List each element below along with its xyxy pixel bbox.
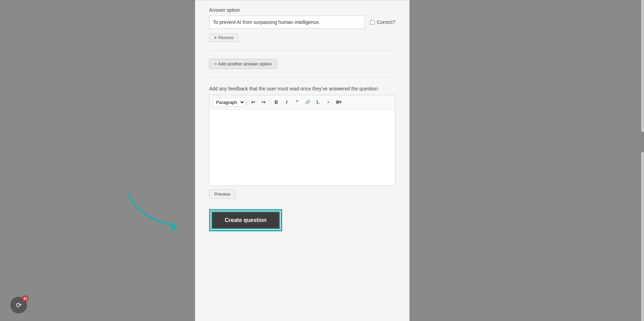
answer-input-row: Correct? bbox=[209, 16, 395, 29]
paragraph-select[interactable]: Paragraph bbox=[212, 97, 245, 107]
italic-button[interactable]: I bbox=[282, 97, 292, 107]
notification-badge[interactable]: ⟳ 41 bbox=[10, 296, 28, 314]
ordered-list-button[interactable]: 1. bbox=[313, 97, 323, 107]
feedback-label: Add any feedback that the user must read… bbox=[209, 86, 395, 91]
table-button[interactable]: ⊞▾ bbox=[334, 97, 343, 107]
remove-button[interactable]: ✕ Remove bbox=[209, 34, 238, 42]
unordered-list-button[interactable]: • bbox=[323, 97, 333, 107]
notification-icon: ⟳ bbox=[16, 301, 22, 309]
answer-input[interactable] bbox=[209, 16, 365, 29]
bold-button[interactable]: B bbox=[271, 97, 281, 107]
undo-button[interactable]: ↩ bbox=[248, 97, 258, 107]
main-panel: Answer option Correct? ✕ Remove + Add an… bbox=[195, 0, 410, 321]
answer-option-label: Answer option bbox=[209, 7, 395, 13]
create-question-area: Create question bbox=[209, 209, 395, 231]
arrow-annotation bbox=[118, 190, 204, 235]
quote-button[interactable]: " bbox=[292, 97, 302, 107]
section-divider-2 bbox=[209, 77, 395, 78]
create-question-button[interactable]: Create question bbox=[211, 211, 280, 229]
feedback-editor-body[interactable] bbox=[209, 109, 395, 186]
toolbar-divider-1 bbox=[247, 99, 247, 106]
feedback-editor: Paragraph ↩ ↪ B I " 🔗 1. • ⊞▾ bbox=[209, 95, 395, 186]
scrollbar-thumb[interactable] bbox=[641, 132, 644, 152]
scrollbar-track bbox=[641, 0, 644, 321]
section-divider-1 bbox=[209, 50, 395, 51]
editor-toolbar: Paragraph ↩ ↪ B I " 🔗 1. • ⊞▾ bbox=[209, 95, 395, 109]
content-area: Answer option Correct? ✕ Remove + Add an… bbox=[195, 7, 409, 231]
link-button[interactable]: 🔗 bbox=[303, 97, 312, 107]
preview-button[interactable]: Preview bbox=[209, 189, 235, 199]
notification-count: 41 bbox=[22, 295, 28, 302]
svg-marker-0 bbox=[170, 222, 178, 231]
correct-checkbox[interactable] bbox=[370, 20, 375, 25]
correct-label: Correct? bbox=[370, 19, 395, 25]
answer-option-section: Answer option Correct? ✕ Remove bbox=[209, 7, 395, 42]
redo-button[interactable]: ↪ bbox=[259, 97, 268, 107]
add-answer-option-button[interactable]: + Add another answer option bbox=[209, 59, 277, 69]
toolbar-divider-2 bbox=[270, 99, 270, 106]
top-divider bbox=[195, 0, 409, 0]
create-question-wrapper: Create question bbox=[209, 209, 282, 231]
